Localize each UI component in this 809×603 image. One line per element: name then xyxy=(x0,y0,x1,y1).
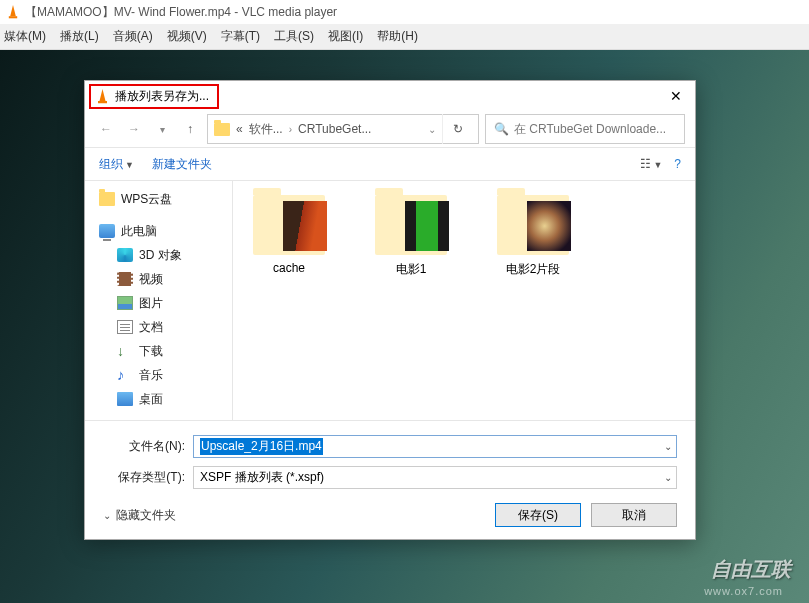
menu-view[interactable]: 视图(I) xyxy=(328,28,363,45)
filetype-label: 保存类型(T): xyxy=(103,469,193,486)
filetype-value: XSPF 播放列表 (*.xspf) xyxy=(200,469,324,486)
video-icon xyxy=(117,272,133,286)
chevron-down-icon: ▼ xyxy=(125,160,134,170)
folder-item-cache[interactable]: cache xyxy=(243,195,335,275)
search-input[interactable]: 🔍 在 CRTubeGet Downloade... xyxy=(485,114,685,144)
watermark-url: www.ox7.com xyxy=(704,585,783,597)
menu-help[interactable]: 帮助(H) xyxy=(377,28,418,45)
svg-rect-3 xyxy=(98,101,107,103)
vlc-title: 【MAMAMOO】MV- Wind Flower.mp4 - VLC media… xyxy=(25,4,337,21)
hide-folders-toggle[interactable]: ⌄ 隐藏文件夹 xyxy=(103,507,176,524)
folder-label: 电影2片段 xyxy=(487,261,579,278)
folder-label: 电影1 xyxy=(365,261,457,278)
nav-row: ← → ▾ ↑ « 软件... › CRTubeGet... ⌄ ↻ 🔍 在 C… xyxy=(85,111,695,147)
music-icon xyxy=(117,368,133,382)
folder-icon xyxy=(375,195,447,255)
document-icon xyxy=(117,320,133,334)
sidebar-item-pictures[interactable]: 图片 xyxy=(89,291,228,315)
nav-up-button[interactable]: ↑ xyxy=(179,118,201,140)
sidebar-item-label: 桌面 xyxy=(139,391,163,408)
vlc-menubar: 媒体(M) 播放(L) 音频(A) 视频(V) 字幕(T) 工具(S) 视图(I… xyxy=(0,24,809,50)
sidebar-item-label: WPS云盘 xyxy=(121,191,172,208)
help-button[interactable]: ? xyxy=(674,157,681,171)
sidebar-item-label: 音乐 xyxy=(139,367,163,384)
dialog-title-highlight: 播放列表另存为... xyxy=(89,84,219,109)
folder-item-movie2clips[interactable]: 电影2片段 xyxy=(487,195,579,278)
toolbar: 组织▼ 新建文件夹 ☷▼ ? xyxy=(85,147,695,181)
folder-content: cache 电影1 电影2片段 xyxy=(233,181,695,420)
chevron-down-icon[interactable]: ⌄ xyxy=(664,472,672,483)
filename-label: 文件名(N): xyxy=(103,438,193,455)
vlc-cone-icon xyxy=(6,5,20,19)
new-folder-button[interactable]: 新建文件夹 xyxy=(152,156,212,173)
folder-icon xyxy=(253,195,325,255)
chevron-down-icon: ⌄ xyxy=(103,510,111,521)
3d-icon xyxy=(117,248,133,262)
sidebar-item-music[interactable]: 音乐 xyxy=(89,363,228,387)
svg-rect-1 xyxy=(9,16,17,18)
address-bar[interactable]: « 软件... › CRTubeGet... ⌄ ↻ xyxy=(207,114,479,144)
sidebar-item-wps[interactable]: WPS云盘 xyxy=(89,187,228,211)
path-segment[interactable]: CRTubeGet... xyxy=(298,122,371,136)
sidebar-item-videos[interactable]: 视频 xyxy=(89,267,228,291)
folder-item-movie1[interactable]: 电影1 xyxy=(365,195,457,278)
picture-icon xyxy=(117,296,133,310)
folder-icon xyxy=(497,195,569,255)
sidebar-item-label: 此电脑 xyxy=(121,223,157,240)
nav-back-button[interactable]: ← xyxy=(95,118,117,140)
menu-tools[interactable]: 工具(S) xyxy=(274,28,314,45)
folder-label: cache xyxy=(243,261,335,275)
search-placeholder: 在 CRTubeGet Downloade... xyxy=(514,121,666,138)
sidebar-item-label: 3D 对象 xyxy=(139,247,182,264)
desktop-icon xyxy=(117,392,133,406)
vlc-cone-icon xyxy=(95,89,110,104)
watermark-logo: 自由互联 xyxy=(711,556,791,583)
refresh-button[interactable]: ↻ xyxy=(442,114,472,144)
bottom-area: 文件名(N): Upscale_2月16日.mp4 ⌄ 保存类型(T): XSP… xyxy=(85,420,695,539)
cancel-button[interactable]: 取消 xyxy=(591,503,677,527)
sidebar-item-3d[interactable]: 3D 对象 xyxy=(89,243,228,267)
chevron-right-icon: › xyxy=(289,124,292,135)
sidebar-item-downloads[interactable]: 下载 xyxy=(89,339,228,363)
menu-playback[interactable]: 播放(L) xyxy=(60,28,99,45)
filename-value: Upscale_2月16日.mp4 xyxy=(200,438,323,455)
sidebar-item-desktop[interactable]: 桌面 xyxy=(89,387,228,411)
view-options-button[interactable]: ☷▼ xyxy=(640,157,662,171)
save-button[interactable]: 保存(S) xyxy=(495,503,581,527)
nav-forward-button[interactable]: → xyxy=(123,118,145,140)
sidebar-item-label: 视频 xyxy=(139,271,163,288)
vlc-titlebar: 【MAMAMOO】MV- Wind Flower.mp4 - VLC media… xyxy=(0,0,809,24)
hide-folders-label: 隐藏文件夹 xyxy=(116,507,176,524)
nav-recent-dropdown[interactable]: ▾ xyxy=(151,118,173,140)
filename-input[interactable]: Upscale_2月16日.mp4 ⌄ xyxy=(193,435,677,458)
filetype-select[interactable]: XSPF 播放列表 (*.xspf) ⌄ xyxy=(193,466,677,489)
search-icon: 🔍 xyxy=(494,122,509,136)
path-segment[interactable]: 软件... xyxy=(249,121,283,138)
sidebar: WPS云盘 此电脑 3D 对象 视频 图片 文档 下载 音乐 桌面 xyxy=(85,181,233,420)
organize-button[interactable]: 组织▼ xyxy=(99,156,134,173)
dialog-titlebar: 播放列表另存为... ✕ xyxy=(85,81,695,111)
dialog-title-text: 播放列表另存为... xyxy=(115,88,209,105)
menu-video[interactable]: 视频(V) xyxy=(167,28,207,45)
folder-icon xyxy=(214,123,230,136)
sidebar-item-label: 图片 xyxy=(139,295,163,312)
folder-icon xyxy=(99,192,115,206)
menu-audio[interactable]: 音频(A) xyxy=(113,28,153,45)
svg-marker-2 xyxy=(100,89,106,101)
sidebar-item-documents[interactable]: 文档 xyxy=(89,315,228,339)
pc-icon xyxy=(99,224,115,238)
path-prefix: « xyxy=(236,122,243,136)
menu-subtitle[interactable]: 字幕(T) xyxy=(221,28,260,45)
path-dropdown-icon[interactable]: ⌄ xyxy=(428,124,436,135)
menu-media[interactable]: 媒体(M) xyxy=(4,28,46,45)
sidebar-item-label: 文档 xyxy=(139,319,163,336)
close-button[interactable]: ✕ xyxy=(661,88,691,104)
sidebar-item-label: 下载 xyxy=(139,343,163,360)
sidebar-item-thispc[interactable]: 此电脑 xyxy=(89,219,228,243)
svg-marker-0 xyxy=(10,5,16,16)
download-icon xyxy=(117,344,133,358)
save-as-dialog: 播放列表另存为... ✕ ← → ▾ ↑ « 软件... › CRTubeGet… xyxy=(84,80,696,540)
chevron-down-icon[interactable]: ⌄ xyxy=(664,441,672,452)
